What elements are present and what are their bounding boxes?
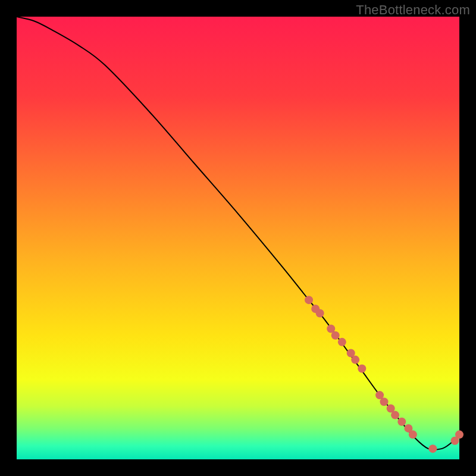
- data-marker: [331, 331, 340, 340]
- data-marker: [351, 356, 359, 364]
- chart-frame: TheBottleneck.com: [0, 0, 476, 476]
- data-marker: [428, 444, 437, 453]
- data-marker: [455, 430, 464, 439]
- data-marker: [409, 430, 417, 439]
- data-marker: [316, 309, 324, 317]
- data-marker: [305, 296, 313, 304]
- data-marker: [397, 418, 406, 426]
- data-marker: [338, 338, 346, 346]
- data-marker: [391, 411, 399, 419]
- chart-canvas: [0, 0, 476, 476]
- watermark-text: TheBottleneck.com: [356, 2, 470, 18]
- data-marker: [380, 397, 389, 406]
- data-marker: [358, 364, 366, 372]
- plot-background: [17, 17, 459, 459]
